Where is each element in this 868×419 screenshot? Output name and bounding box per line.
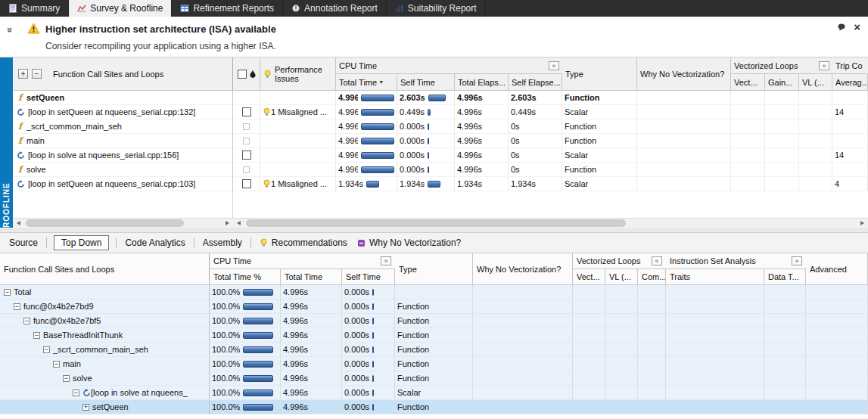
gain-column-header[interactable]: Gain... [765,74,799,90]
topdown-row[interactable]: −_scrt_common_main_seh100.0%4.996s0.000s… [0,343,868,357]
function-call-site-cell[interactable]: [loop in solve at nqueens_serial.cpp:156… [13,148,233,163]
function-call-site-cell[interactable]: fsetQueen [13,91,233,105]
trip-counts-group-header[interactable]: Trip Co [832,57,868,74]
function-call-site-cell[interactable]: −[loop in solve at nqueens_ [0,386,210,400]
pane-divider[interactable] [232,191,233,218]
select-all-checkbox[interactable] [238,70,247,79]
trip-average-column-header[interactable]: Averag... [832,74,868,90]
performance-issues-column-header[interactable]: Performance Issues [260,57,336,90]
type-column-header[interactable]: Type [562,57,637,90]
survey-row[interactable]: [loop in setQueen at nqueens_serial.cpp:… [13,177,868,191]
survey-row[interactable]: [loop in setQueen at nqueens_serial.cpp:… [13,105,868,119]
scroll-left-button[interactable] [13,219,24,228]
vect-column-header[interactable]: Vect... [573,269,605,284]
row-checkbox[interactable] [243,166,250,173]
scrollbar-track[interactable] [24,219,222,228]
total-time-column-header[interactable]: Total Time [281,269,342,284]
collapse-banner-icon[interactable]: » [5,27,16,33]
collapse-group-icon[interactable]: « [549,61,559,70]
why-no-vectorization-column-header[interactable]: Why No Vectorization? [637,57,731,90]
function-call-site-cell[interactable]: [loop in setQueen at nqueens_serial.cpp:… [13,177,233,191]
tab-refinement-reports[interactable]: Refinement Reports [172,0,283,17]
vect-column-header[interactable]: Vect... [731,74,765,90]
scroll-left-button[interactable] [233,219,244,228]
bottom-tab-code-analytics[interactable]: Code Analytics [123,235,186,250]
vectorized-loops-group-header[interactable]: Vectorized Loops « [573,253,666,269]
bottom-tab-why-no-vectorization-[interactable]: Why No Vectorization? [356,235,462,250]
topdown-tree-column-header[interactable]: Function Call Sites and Loops [0,253,210,284]
self-elapsed-column-header[interactable]: Self Elapse... [509,74,562,90]
bottom-tab-assembly[interactable]: Assembly [201,235,244,250]
collapse-icon[interactable]: − [73,390,79,396]
tree-column-header[interactable]: + − Function Call Sites and Loops [13,57,233,90]
function-call-site-cell[interactable]: +setQueen [0,400,210,414]
total-elapsed-column-header[interactable]: Total Elaps... [455,74,509,90]
scrollbar-track[interactable] [244,219,857,228]
survey-data-hscrollbar[interactable] [233,218,868,228]
close-icon[interactable]: × [854,22,860,32]
topdown-row[interactable]: −func@0x4b2e7bd9100.0%4.996s0.000sFuncti… [0,300,868,314]
bottom-tab-recommendations[interactable]: Recommendations [258,235,349,250]
function-call-site-cell[interactable]: f_scrt_common_main_seh [13,119,233,134]
bottom-tab-top-down[interactable]: Top Down [54,235,109,250]
topdown-row[interactable]: −solve100.0%4.996s0.000sFunction [0,371,868,386]
tab-summary[interactable]: Summary [0,0,69,17]
self-time-column-header[interactable]: Self Time [342,269,395,284]
function-call-site-cell[interactable]: −_scrt_common_main_seh [0,343,210,357]
survey-row[interactable]: f_scrt_common_main_seh4.996s0.000s4.996s… [13,119,868,134]
pin-icon[interactable] [837,23,846,32]
topdown-row[interactable]: −Total100.0%4.996s0.000s [0,285,868,300]
collapse-icon[interactable]: − [33,332,40,339]
tab-survey-roofline[interactable]: Survey & Roofline [69,0,172,17]
vectorized-loops-group-header[interactable]: Vectorized Loops » [731,57,832,74]
row-checkbox[interactable] [242,179,251,188]
survey-row[interactable]: [loop in solve at nqueens_serial.cpp:156… [13,148,868,163]
topdown-cpu-time-group-header[interactable]: CPU Time » [210,253,395,269]
total-time-pct-column-header[interactable]: Total Time % [210,269,281,284]
function-call-site-cell[interactable]: −BaseThreadInitThunk [0,328,210,343]
com-column-header[interactable]: Com... [638,269,666,284]
topdown-row[interactable]: −func@0x4b2e7bf5100.0%4.996s0.000sFuncti… [0,314,868,328]
self-time-column-header[interactable]: Self Time [397,74,455,90]
function-call-site-cell[interactable]: fsolve [13,163,233,177]
function-call-site-cell[interactable]: fmain [13,134,233,148]
roofline-side-tab[interactable]: ROOFLINE [0,57,13,228]
expand-group-icon[interactable]: » [792,256,802,265]
horizontal-splitter[interactable] [0,228,868,233]
topdown-row[interactable]: −main100.0%4.996s0.000sFunction [0,357,868,371]
collapse-group-icon[interactable]: « [652,256,662,265]
scrollbar-thumb[interactable] [246,219,626,227]
survey-row[interactable]: fmain4.996s0.000s4.996s0sFunction [13,134,868,148]
tab-suitability-report[interactable]: Suitability Report [387,0,486,17]
advanced-column-header[interactable]: Advanced [806,253,868,284]
why-no-vectorization-column-header[interactable]: Why No Vectorization? [473,253,573,284]
survey-row[interactable]: fsetQueen4.996s2.603s4.996s2.603sFunctio… [13,91,868,105]
tab-annotation-report[interactable]: Annotation Report [283,0,387,17]
vl-column-header[interactable]: VL (... [799,74,832,90]
expand-group-icon[interactable]: » [819,61,829,70]
expand-group-icon[interactable]: » [381,256,391,265]
row-checkbox[interactable] [243,123,250,130]
function-call-site-cell[interactable]: −solve [0,371,210,386]
expand-icon[interactable]: + [82,404,89,411]
data-types-column-header[interactable]: Data T... [764,269,806,284]
row-checkbox[interactable] [242,151,251,160]
collapse-icon[interactable]: − [23,318,30,324]
expand-all-button[interactable]: + [18,69,28,79]
function-call-site-cell[interactable]: −main [0,357,210,371]
collapse-icon[interactable]: − [43,346,50,353]
collapse-all-button[interactable]: − [32,69,42,79]
survey-tree-hscrollbar[interactable] [13,218,233,228]
collapse-icon[interactable]: − [53,361,60,368]
cpu-time-group-header[interactable]: CPU Time « [336,57,562,74]
topdown-row[interactable]: −[loop in solve at nqueens_100.0%4.996s0… [0,386,868,400]
scroll-right-button[interactable] [222,219,233,228]
row-checkbox[interactable] [243,138,250,144]
scroll-right-button[interactable] [857,219,868,228]
function-call-site-cell[interactable]: [loop in setQueen at nqueens_serial.cpp:… [13,105,233,119]
function-call-site-cell[interactable]: −Total [0,285,210,300]
bottom-tab-source[interactable]: Source [8,235,39,250]
type-column-header[interactable]: Type [395,253,473,284]
traits-column-header[interactable]: Traits [666,269,764,284]
survey-row[interactable]: fsolve4.996s0.000s4.996s0sFunction [13,163,868,177]
